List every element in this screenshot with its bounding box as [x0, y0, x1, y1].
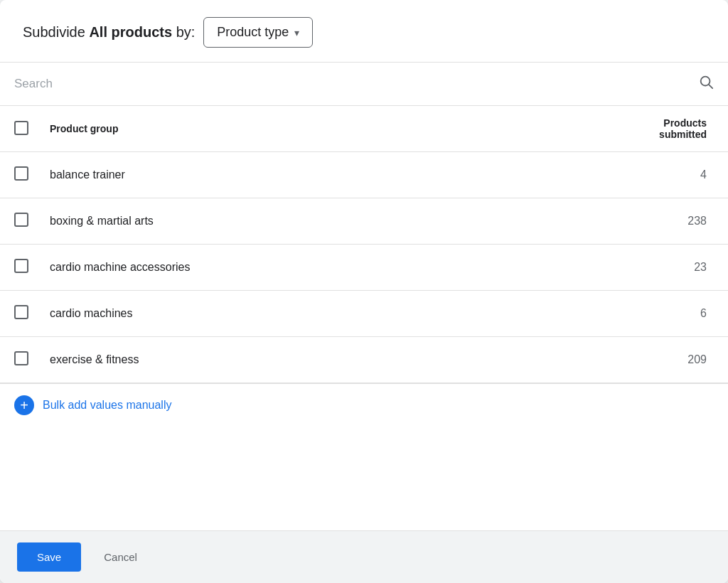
table-row[interactable]: cardio machine accessories 23 — [0, 245, 728, 291]
row-count: 23 — [500, 245, 728, 291]
row-checkbox-cell — [0, 291, 36, 337]
header-checkbox[interactable] — [14, 121, 28, 135]
row-count: 238 — [500, 198, 728, 245]
svg-line-1 — [709, 85, 712, 88]
header-checkbox-cell — [0, 106, 36, 152]
footer: Save Cancel — [0, 530, 728, 583]
row-product-group: balance trainer — [36, 152, 500, 198]
row-count: 6 — [500, 291, 728, 337]
header-bold: All products — [89, 24, 172, 40]
header-label: Subdivide All products by: — [23, 24, 195, 41]
row-count: 4 — [500, 152, 728, 198]
row-checkbox-cell — [0, 152, 36, 198]
table-row[interactable]: exercise & fitness 209 — [0, 337, 728, 383]
product-group-table: Product group Productssubmitted balance … — [0, 106, 728, 383]
row-checkbox[interactable] — [14, 305, 28, 319]
col-submitted-header: Productssubmitted — [500, 106, 728, 152]
row-product-group: cardio machines — [36, 291, 500, 337]
row-checkbox[interactable] — [14, 351, 28, 365]
save-button[interactable]: Save — [17, 542, 81, 572]
search-icon — [698, 74, 714, 94]
table-scroll[interactable]: Product group Productssubmitted balance … — [0, 106, 728, 530]
cancel-button[interactable]: Cancel — [90, 542, 151, 572]
row-checkbox-cell — [0, 245, 36, 291]
table-wrapper: Product group Productssubmitted balance … — [0, 106, 728, 530]
row-product-group: cardio machine accessories — [36, 245, 500, 291]
plus-circle-icon: + — [14, 395, 34, 415]
bulk-add-label: Bulk add values manually — [43, 399, 171, 412]
table-row[interactable]: boxing & martial arts 238 — [0, 198, 728, 245]
row-checkbox[interactable] — [14, 166, 28, 181]
row-checkbox[interactable] — [14, 213, 28, 227]
row-count: 209 — [500, 337, 728, 383]
bulk-add-row[interactable]: + Bulk add values manually — [0, 383, 728, 427]
header: Subdivide All products by: Product type … — [0, 0, 728, 63]
row-product-group: boxing & martial arts — [36, 198, 500, 245]
search-input[interactable] — [14, 77, 692, 91]
row-checkbox[interactable] — [14, 259, 28, 273]
row-product-group: exercise & fitness — [36, 337, 500, 383]
search-container — [0, 63, 728, 106]
row-checkbox-cell — [0, 198, 36, 245]
col-product-group-header: Product group — [36, 106, 500, 152]
table-row[interactable]: cardio machines 6 — [0, 291, 728, 337]
product-type-dropdown[interactable]: Product type ▾ — [203, 17, 313, 48]
dropdown-label: Product type — [217, 25, 289, 40]
modal-container: Subdivide All products by: Product type … — [0, 0, 728, 583]
chevron-down-icon: ▾ — [294, 27, 299, 38]
row-checkbox-cell — [0, 337, 36, 383]
table-row[interactable]: balance trainer 4 — [0, 152, 728, 198]
